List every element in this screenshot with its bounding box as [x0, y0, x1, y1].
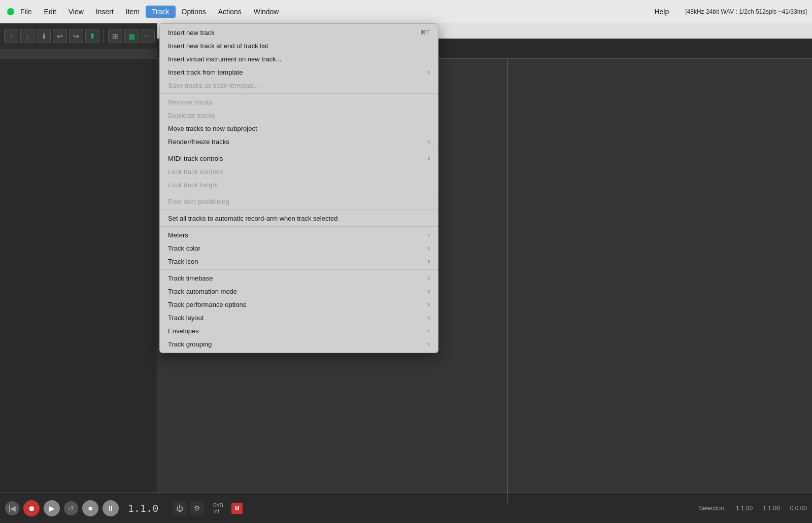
menu-item-track-timebase[interactable]: Track timebase› [160, 271, 438, 285]
menu-item-label-meters: Meters [168, 231, 188, 239]
menu-item-label-track-color: Track color [168, 245, 200, 252]
menu-item-arrow-track-timebase: › [428, 274, 430, 282]
menu-item-arrow-midi-track-controls: › [428, 155, 430, 162]
menu-item-label-envelopes: Envelopes [168, 327, 199, 335]
menu-item-envelopes[interactable]: Envelopes› [160, 324, 438, 337]
track-menu: Insert new track⌘TInsert new track at en… [159, 23, 438, 353]
menu-item-meters[interactable]: Meters› [160, 228, 438, 241]
menu-item-label-free-item-positioning: Free item positioning [168, 198, 229, 205]
menu-item-label-track-layout: Track layout [168, 314, 204, 322]
menu-item-label-insert-track-from-template: Insert track from template [168, 68, 243, 76]
menu-item-arrow-render-freeze-tracks: › [428, 138, 430, 145]
menu-item-label-track-timebase: Track timebase [168, 274, 213, 282]
menu-item-label-set-all-tracks-auto-arm: Set all tracks to automatic record-arm w… [168, 215, 338, 222]
menu-item-label-insert-new-track-end: Insert new track at end of track list [168, 42, 268, 50]
menu-item-label-lock-track-controls: Lock track controls [168, 168, 223, 176]
menu-separator-after-track-icon [160, 269, 438, 270]
menu-item-track-grouping[interactable]: Track grouping› [160, 337, 438, 351]
menu-separator-after-lock-track-height [160, 193, 438, 193]
menu-item-track-layout[interactable]: Track layout› [160, 311, 438, 324]
menu-item-label-move-tracks-subproject: Move tracks to new subproject [168, 125, 257, 132]
menu-item-track-color[interactable]: Track color› [160, 241, 438, 255]
menu-item-label-track-grouping: Track grouping [168, 340, 212, 348]
menu-item-label-midi-track-controls: MIDI track controls [168, 155, 223, 162]
menu-item-track-performance-options[interactable]: Track performance options› [160, 298, 438, 311]
menu-item-arrow-insert-track-from-template: › [428, 68, 430, 76]
menu-item-lock-track-height: Lock track height [160, 178, 438, 191]
menu-item-shortcut-insert-new-track: ⌘T [420, 29, 430, 36]
menu-separator-after-free-item-positioning [160, 210, 438, 210]
menu-item-insert-new-track[interactable]: Insert new track⌘T [160, 26, 438, 39]
menu-item-label-track-performance-options: Track performance options [168, 301, 246, 308]
menu-item-arrow-envelopes: › [428, 327, 430, 334]
menu-item-remove-tracks: Remove tracks [160, 95, 438, 109]
menu-separator-after-set-all-tracks-auto-arm [160, 226, 438, 227]
menu-item-track-automation-mode[interactable]: Track automation mode› [160, 285, 438, 298]
menu-item-move-tracks-subproject[interactable]: Move tracks to new subproject [160, 122, 438, 135]
menu-item-arrow-meters: › [428, 231, 430, 238]
menu-item-save-tracks-as-template: Save tracks as track template... [160, 79, 438, 92]
menu-item-render-freeze-tracks[interactable]: Render/freeze tracks› [160, 135, 438, 148]
dropdown-overlay[interactable]: Insert new track⌘TInsert new track at en… [0, 0, 812, 523]
menu-item-lock-track-controls: Lock track controls [160, 165, 438, 178]
menu-separator-after-save-tracks-as-template [160, 93, 438, 94]
menu-item-label-track-icon: Track icon [168, 258, 198, 265]
menu-item-label-duplicate-tracks: Duplicate tracks [168, 112, 215, 119]
menu-item-label-track-automation-mode: Track automation mode [168, 288, 237, 295]
menu-item-set-all-tracks-auto-arm[interactable]: Set all tracks to automatic record-arm w… [160, 212, 438, 225]
menu-item-label-save-tracks-as-template: Save tracks as track template... [168, 82, 260, 89]
menu-item-arrow-track-performance-options: › [428, 301, 430, 308]
menu-item-arrow-track-icon: › [428, 258, 430, 265]
menu-item-midi-track-controls[interactable]: MIDI track controls› [160, 152, 438, 165]
menu-item-label-insert-virtual-instrument: Insert virtual instrument on new track..… [168, 55, 281, 63]
menu-item-arrow-track-color: › [428, 245, 430, 252]
menu-separator-after-render-freeze-tracks [160, 150, 438, 150]
menu-item-track-icon[interactable]: Track icon› [160, 255, 438, 268]
menu-item-label-insert-new-track: Insert new track [168, 29, 215, 37]
menu-item-label-lock-track-height: Lock track height [168, 181, 218, 189]
menu-item-label-remove-tracks: Remove tracks [168, 98, 212, 106]
menu-item-duplicate-tracks: Duplicate tracks [160, 109, 438, 122]
menu-item-insert-new-track-end[interactable]: Insert new track at end of track list [160, 39, 438, 52]
menu-item-arrow-track-automation-mode: › [428, 288, 430, 295]
menu-item-insert-track-from-template[interactable]: Insert track from template› [160, 65, 438, 79]
menu-item-label-render-freeze-tracks: Render/freeze tracks [168, 138, 229, 146]
menu-item-free-item-positioning: Free item positioning [160, 195, 438, 208]
menu-item-arrow-track-layout: › [428, 314, 430, 321]
menu-item-arrow-track-grouping: › [428, 340, 430, 347]
menu-item-insert-virtual-instrument[interactable]: Insert virtual instrument on new track..… [160, 52, 438, 65]
